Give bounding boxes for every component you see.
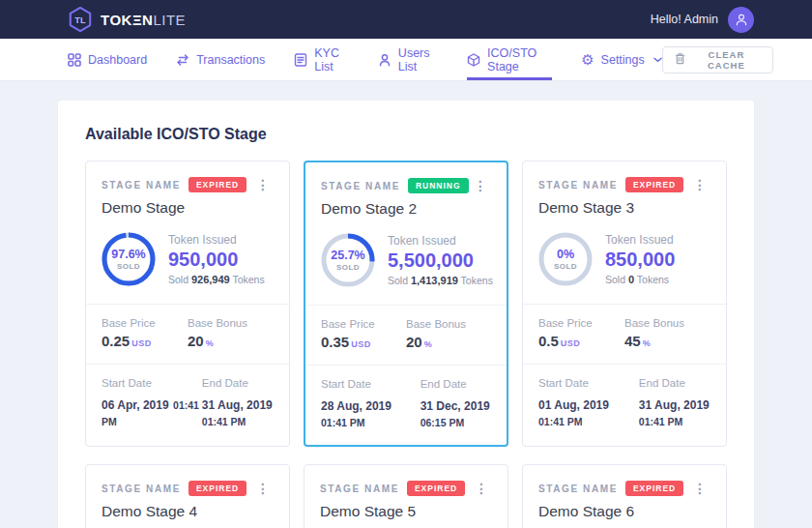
base-bonus-value: 20: [188, 333, 204, 349]
stage-title: Demo Stage 5: [320, 503, 492, 520]
token-issued-label: Token Issued: [168, 233, 265, 247]
price-bonus-row: Base Price 0.35USD Base Bonus 20%: [305, 305, 507, 365]
status-badge: EXPIRED: [188, 177, 246, 192]
stage-title: Demo Stage 6: [538, 503, 710, 520]
end-date-label: End Date: [639, 377, 710, 389]
base-bonus-label: Base Bonus: [624, 317, 710, 329]
user-avatar[interactable]: [728, 7, 754, 33]
end-date-col: End Date 31 Aug, 2019 01:41 PM: [202, 377, 274, 429]
start-date-value: 01 Aug, 2019: [538, 398, 609, 412]
end-date-label: End Date: [420, 378, 491, 390]
content-panel: Available ICO/STO Stage STAGE NAME EXPIR…: [58, 101, 754, 528]
brand-name: TOKΞNLITE: [101, 12, 186, 28]
gear-icon: ⚙: [581, 52, 594, 67]
dates-row: Start Date 01 Aug, 2019 01:41 PM End Dat…: [523, 364, 726, 444]
price-bonus-row: Base Price 0.25USD Base Bonus 20%: [86, 304, 289, 364]
stage-card[interactable]: STAGE NAME EXPIRED ⋮ Demo Stage 4 0%: [85, 464, 290, 528]
sold-caption: SOLD: [336, 263, 360, 272]
start-date-col: Start Date 06 Apr, 2019 01:41 PM: [102, 377, 202, 429]
base-bonus-col: Base Bonus 20%: [406, 318, 491, 350]
start-date-col: Start Date 28 Aug, 2019 01:41 PM: [321, 378, 420, 430]
sold-prefix: Sold: [388, 275, 408, 286]
base-price-unit: USD: [351, 339, 371, 349]
base-price-label: Base Price: [538, 317, 624, 329]
top-header-bar: TL TOKΞNLITE Hello! Admin: [0, 0, 812, 39]
brand-secondary: LITE: [153, 12, 186, 28]
stage-title: Demo Stage 3: [538, 199, 710, 217]
sold-prefix: Sold: [168, 274, 188, 285]
nav-item-label: Users List: [398, 46, 438, 73]
nav-item-dashboard[interactable]: Dashboard: [68, 39, 147, 80]
status-badge: EXPIRED: [625, 481, 683, 496]
tokenlite-hexagon-logo-icon: TL: [68, 6, 93, 33]
cube-icon: [467, 53, 480, 67]
end-date-label: End Date: [202, 377, 274, 389]
base-bonus-unit: %: [643, 338, 652, 348]
nav-item-label: Transactions: [196, 53, 265, 67]
status-badge: EXPIRED: [625, 177, 683, 192]
card-header: STAGE NAME EXPIRED ⋮ Demo Stage 4: [86, 465, 289, 528]
more-options-button[interactable]: ⋮: [470, 177, 491, 194]
sold-suffix: Tokens: [461, 275, 493, 286]
stage-name-label: STAGE NAME: [102, 484, 181, 494]
more-options-button[interactable]: ⋮: [689, 480, 710, 497]
token-issued-value: 5,500,000: [388, 249, 493, 272]
users-list-icon: [378, 53, 392, 67]
nav-item-users-list[interactable]: Users List: [378, 39, 438, 80]
stage-card[interactable]: STAGE NAME EXPIRED ⋮ Demo Stage 3 0%: [522, 161, 727, 447]
base-price-unit: USD: [561, 338, 581, 348]
greeting-text: Hello! Admin: [651, 13, 718, 26]
base-bonus-unit: %: [206, 338, 215, 348]
more-options-button[interactable]: ⋮: [252, 176, 274, 193]
sold-tokens-line: Sold 926,949 Tokens: [168, 274, 265, 285]
token-issued-value: 850,000: [605, 249, 675, 271]
stage-card[interactable]: STAGE NAME EXPIRED ⋮ Demo Stage 6 0%: [522, 464, 727, 528]
end-time-value: 01:41 PM: [639, 415, 710, 429]
status-badge: EXPIRED: [188, 481, 246, 496]
sold-suffix: Tokens: [637, 274, 669, 285]
base-bonus-col: Base Bonus 45%: [624, 317, 710, 349]
start-date-label: Start Date: [321, 378, 420, 390]
stage-card[interactable]: STAGE NAME EXPIRED ⋮ Demo Stage 97.6%: [85, 161, 290, 447]
card-header: STAGE NAME EXPIRED ⋮ Demo Stage: [86, 161, 289, 228]
more-options-button[interactable]: ⋮: [689, 176, 710, 193]
token-issued-label: Token Issued: [605, 233, 675, 247]
dates-row: Start Date 28 Aug, 2019 01:41 PM End Dat…: [305, 365, 507, 445]
card-header: STAGE NAME EXPIRED ⋮ Demo Stage 5: [304, 465, 508, 528]
stage-card[interactable]: STAGE NAME RUNNING ⋮ Demo Stage 2 25.7%: [304, 161, 508, 447]
sold-progress-ring: 0% SOLD: [538, 232, 593, 286]
sold-progress-ring: 25.7% SOLD: [321, 233, 375, 287]
more-options-button[interactable]: ⋮: [252, 480, 274, 497]
card-header: STAGE NAME RUNNING ⋮ Demo Stage 2: [305, 162, 507, 229]
nav-item-settings[interactable]: ⚙ Settings: [581, 39, 662, 80]
stage-name-label: STAGE NAME: [320, 484, 399, 494]
logo-monogram: TL: [74, 15, 86, 25]
stage-card[interactable]: STAGE NAME EXPIRED ⋮ Demo Stage 5 0%: [304, 464, 508, 528]
token-info: Token Issued 950,000 Sold 926,949 Tokens: [168, 233, 265, 285]
progress-section: 0% SOLD Token Issued 850,000 Sold 0 Toke…: [523, 228, 726, 304]
start-date-value: 28 Aug, 2019: [321, 399, 392, 413]
brand-logo[interactable]: TL TOKΞNLITE: [68, 6, 186, 33]
base-price-value: 0.35: [321, 334, 349, 350]
clear-cache-label: CLEAR CACHE: [692, 49, 761, 71]
clear-cache-button[interactable]: CLEAR CACHE: [662, 46, 773, 73]
nav-item-transactions[interactable]: Transactions: [176, 39, 265, 80]
base-bonus-unit: %: [424, 339, 433, 349]
stage-title: Demo Stage 4: [102, 503, 274, 520]
base-price-label: Base Price: [321, 318, 406, 330]
sold-percent: 0%: [557, 248, 574, 261]
more-options-button[interactable]: ⋮: [471, 480, 492, 497]
start-date-col: Start Date 01 Aug, 2019 01:41 PM: [538, 377, 639, 429]
end-date-value: 31 Aug, 2019: [202, 398, 273, 412]
nav-item-label: Settings: [601, 53, 645, 67]
dashboard-icon: [68, 53, 81, 67]
brand-primary: TOKΞN: [101, 12, 153, 28]
end-time-value: 01:41 PM: [202, 415, 274, 429]
start-time-value: 01:41 PM: [538, 415, 639, 429]
base-price-col: Base Price 0.5USD: [538, 317, 624, 349]
stage-name-label: STAGE NAME: [538, 180, 618, 191]
nav-item-kyc-list[interactable]: KYC List: [294, 39, 349, 80]
nav-item-ico-sto-stage[interactable]: ICO/STO Stage: [467, 39, 552, 80]
end-time-value: 06:15 PM: [420, 416, 491, 430]
sold-suffix: Tokens: [232, 274, 264, 285]
